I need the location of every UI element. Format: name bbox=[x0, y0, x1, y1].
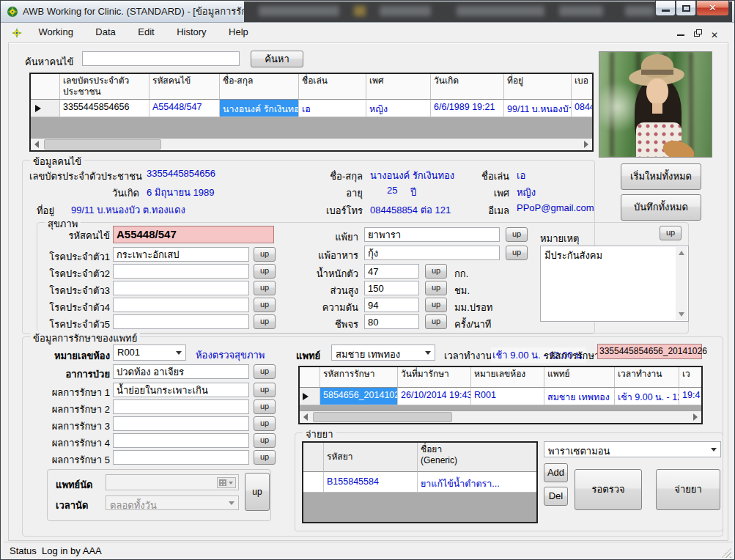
header-nickname[interactable]: ชื่อเล่น bbox=[299, 74, 366, 100]
cell-treat-worktime[interactable]: เช้า 9.00 น. - 12.... bbox=[615, 388, 679, 405]
disease5-input[interactable] bbox=[113, 314, 249, 329]
cell-gender[interactable]: หญิง bbox=[366, 100, 431, 117]
header-treat-date[interactable]: วันที่มารักษา bbox=[398, 367, 471, 388]
appoint-date-picker[interactable]: 27 ตุลาคม 2014 bbox=[106, 474, 239, 490]
cell-name-selected[interactable]: นางอนงค์ รักเงินทอง bbox=[220, 100, 299, 117]
result2-up-button[interactable]: up bbox=[254, 399, 276, 414]
scroll-thumb[interactable] bbox=[44, 139, 161, 150]
room-combobox[interactable]: R001 bbox=[113, 345, 186, 361]
disease3-up-button[interactable]: up bbox=[254, 281, 276, 295]
menu-working[interactable]: Working bbox=[29, 23, 82, 43]
cell-treat-time[interactable]: 19:4 bbox=[679, 388, 701, 405]
menu-data[interactable]: Data bbox=[86, 23, 125, 43]
search-input[interactable] bbox=[82, 51, 240, 66]
row-selector[interactable] bbox=[300, 388, 320, 405]
disease3-input[interactable] bbox=[113, 281, 249, 295]
menu-history[interactable]: History bbox=[167, 23, 215, 43]
disease1-up-button[interactable]: up bbox=[254, 247, 276, 262]
cell-treat-date[interactable]: 26/10/2014 19:43 bbox=[398, 388, 471, 405]
pulse-input[interactable] bbox=[364, 314, 419, 329]
child-restore-button[interactable] bbox=[693, 28, 705, 38]
del-button[interactable]: Del bbox=[544, 487, 568, 506]
result5-input[interactable] bbox=[113, 450, 249, 465]
scroll-thumb[interactable] bbox=[313, 412, 452, 422]
note-vscrollbar[interactable] bbox=[676, 247, 687, 320]
cell-phone[interactable]: 0844 bbox=[572, 100, 592, 117]
save-all-button[interactable]: บันทึกทั้งหมด bbox=[621, 194, 701, 221]
medicine-grid-row[interactable]: B155845584 ยาแก้ไข้น้ำดำตรา... bbox=[303, 472, 536, 493]
pulse-up-button[interactable]: up bbox=[425, 314, 447, 329]
height-input[interactable] bbox=[364, 281, 419, 295]
scroll-right-icon[interactable] bbox=[693, 413, 698, 421]
header-address[interactable]: ที่อยู่ bbox=[504, 74, 572, 100]
weight-input[interactable] bbox=[364, 264, 419, 279]
menu-help[interactable]: Help bbox=[219, 23, 258, 43]
drug-allergy-up-button[interactable]: up bbox=[506, 227, 528, 242]
cell-treat-code[interactable]: 5854656_20141026 bbox=[320, 388, 398, 405]
header-treat-worktime[interactable]: เวลาทำงาน bbox=[615, 367, 679, 388]
appoint-time-combobox[interactable]: ตลอดทั้งวัน bbox=[106, 495, 239, 510]
patient-grid-hscrollbar[interactable] bbox=[31, 138, 592, 150]
child-close-button[interactable]: ✕ bbox=[711, 28, 723, 38]
scroll-up-icon[interactable] bbox=[679, 251, 684, 255]
result1-input[interactable] bbox=[113, 383, 249, 397]
pressure-up-button[interactable]: up bbox=[425, 298, 447, 312]
result5-up-button[interactable]: up bbox=[254, 450, 276, 465]
disease1-input[interactable] bbox=[113, 247, 249, 262]
scroll-down-icon[interactable] bbox=[679, 312, 684, 317]
disease4-up-button[interactable]: up bbox=[254, 298, 276, 312]
height-up-button[interactable]: up bbox=[425, 281, 447, 295]
medicine-combobox[interactable]: พาราเซตามอน bbox=[544, 441, 721, 457]
reset-all-button[interactable]: เริ่มใหม่ทั้งหมด bbox=[621, 163, 701, 190]
result2-input[interactable] bbox=[113, 399, 249, 414]
header-name[interactable]: ชื่อ-สกุล bbox=[220, 74, 299, 100]
disease2-up-button[interactable]: up bbox=[254, 264, 276, 279]
result3-up-button[interactable]: up bbox=[254, 416, 276, 431]
result4-input[interactable] bbox=[113, 433, 249, 448]
scroll-left-icon[interactable] bbox=[303, 413, 308, 421]
weight-up-button[interactable]: up bbox=[425, 264, 447, 279]
patient-code-field[interactable]: A55448/547 bbox=[113, 226, 274, 243]
cell-med-name[interactable]: ยาแก้ไข้น้ำดำตรา... bbox=[418, 472, 536, 493]
row-selector[interactable] bbox=[303, 472, 324, 493]
header-gender[interactable]: เพศ bbox=[366, 74, 431, 100]
cell-id-card[interactable]: 3355445854656 bbox=[60, 100, 149, 117]
cell-patient-code[interactable]: A55448/547 bbox=[149, 100, 220, 117]
appointment-up-button[interactable]: up bbox=[245, 473, 270, 511]
header-phone[interactable]: เบอ bbox=[572, 74, 592, 100]
food-allergy-input[interactable] bbox=[364, 246, 500, 260]
child-minimize-button[interactable] bbox=[676, 28, 687, 38]
result1-up-button[interactable]: up bbox=[254, 383, 276, 397]
resize-grip-icon[interactable] bbox=[721, 548, 731, 558]
doctor-combobox[interactable]: สมชาย เทพทอง bbox=[331, 345, 435, 361]
cell-med-code[interactable]: B155845584 bbox=[324, 472, 418, 493]
header-id-card[interactable]: เลขบัตรประจำตัวประชาชน bbox=[60, 74, 149, 100]
add-button[interactable]: Add bbox=[544, 463, 568, 482]
cell-nickname[interactable]: เอ bbox=[299, 100, 366, 117]
disease4-input[interactable] bbox=[113, 298, 249, 312]
menu-edit[interactable]: Edit bbox=[128, 23, 163, 43]
cell-treat-room[interactable]: R001 bbox=[471, 388, 544, 405]
scroll-right-icon[interactable] bbox=[584, 141, 588, 148]
cell-address[interactable]: 99/11 บ.หนองบัว... bbox=[504, 100, 572, 117]
wait-check-button[interactable]: รอตรวจ bbox=[575, 469, 642, 510]
header-med-code[interactable]: รหัสยา bbox=[324, 443, 418, 472]
history-grid-row[interactable]: 5854656_20141026 26/10/2014 19:43 R001 ส… bbox=[300, 388, 701, 405]
drug-allergy-input[interactable] bbox=[364, 227, 500, 242]
dispense-button[interactable]: จ่ายยา bbox=[656, 469, 720, 510]
disease5-up-button[interactable]: up bbox=[254, 314, 276, 329]
symptom-input[interactable] bbox=[113, 364, 249, 379]
note-up-button[interactable]: up bbox=[660, 226, 682, 240]
result3-input[interactable] bbox=[113, 416, 249, 431]
window-minimize-button[interactable] bbox=[655, 1, 676, 16]
window-maximize-button[interactable] bbox=[676, 1, 696, 16]
header-treat-doctor[interactable]: แพทย์ bbox=[544, 367, 615, 388]
cell-treat-doctor[interactable]: สมชาย เทพทอง bbox=[544, 388, 615, 405]
header-treat-room[interactable]: หมายเลขห้อง bbox=[471, 367, 544, 388]
disease2-input[interactable] bbox=[113, 264, 249, 279]
symptom-up-button[interactable]: up bbox=[254, 364, 276, 379]
header-treat-code[interactable]: รหัสการรักษา bbox=[320, 367, 398, 388]
header-patient-code[interactable]: รหัสคนไข้ bbox=[149, 74, 220, 100]
header-med-name[interactable]: ชื่อยา(Generic) bbox=[418, 443, 536, 472]
result4-up-button[interactable]: up bbox=[254, 433, 276, 448]
